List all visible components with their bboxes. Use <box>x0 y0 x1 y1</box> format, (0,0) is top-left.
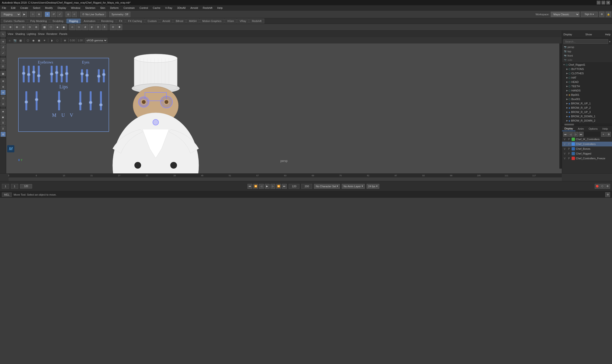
menu-skeleton[interactable]: Skeleton <box>84 6 96 10</box>
current-frame-input[interactable] <box>11 184 18 189</box>
mode-label[interactable]: MEL <box>2 193 12 197</box>
slider-eb6[interactable] <box>56 66 58 82</box>
step-fwd-btn[interactable]: ⏩ <box>276 184 281 189</box>
vp-menu-panels[interactable]: Panels <box>59 32 68 35</box>
timeline[interactable]: 3 9 15 21 27 33 39 45 51 57 63 69 75 81 … <box>0 173 612 181</box>
left-rig-8[interactable]: ⊼ <box>0 120 6 125</box>
gamma-selector[interactable]: sRGB gamma <box>85 38 107 43</box>
layer-v-3[interactable]: V <box>563 147 566 150</box>
toolbar-scale[interactable]: ⤢ <box>57 12 62 17</box>
rig-tool-7[interactable]: ▦ <box>42 24 47 30</box>
settings-icon[interactable]: ⚙ <box>599 12 604 17</box>
left-rotate-tool[interactable]: ↺ <box>0 45 6 50</box>
display-label[interactable]: Display <box>563 33 572 36</box>
menu-display[interactable]: Display <box>57 6 67 10</box>
tab-layers-help[interactable]: Help <box>600 127 610 131</box>
menu-help[interactable]: Help <box>216 6 224 10</box>
outliner-hands[interactable]: ▶ ⬡ HANDS <box>562 88 612 93</box>
viewport-scrollbar-v[interactable] <box>559 43 562 169</box>
tab-vray[interactable]: VRay <box>237 19 249 23</box>
go-start-btn[interactable]: ⏮ <box>248 184 252 189</box>
vp-menu-renderer[interactable]: Renderer <box>46 32 57 35</box>
slider-eb8[interactable] <box>66 66 68 82</box>
tab-fx[interactable]: FX <box>116 19 125 23</box>
cam-persp[interactable]: persp <box>562 45 612 49</box>
tab-layers-options[interactable]: Options <box>586 127 600 131</box>
fps-dropdown[interactable]: 24 fps ▾ <box>367 184 379 189</box>
rig-tool-2[interactable]: ⊕ <box>7 24 13 30</box>
layer-nav-prev[interactable]: ◁ <box>568 132 573 137</box>
rig-tool-4[interactable]: ⊘ <box>20 24 26 30</box>
menu-redshift[interactable]: Redshift <box>202 6 213 10</box>
slider-lip3[interactable] <box>58 91 60 110</box>
tab-arnold[interactable]: Arnold <box>160 19 173 23</box>
outliner-brow-r-up-2[interactable]: ▶ ◈ BROW_R_UP_2 <box>562 105 612 110</box>
left-sculpt-tool[interactable]: ◎ <box>0 64 6 69</box>
left-move-tool[interactable]: ✛ <box>0 39 6 44</box>
menu-skin[interactable]: Skin <box>99 6 106 10</box>
play-forward-btn[interactable]: ▶ <box>265 184 269 189</box>
step-back-btn[interactable]: ⏪ <box>253 184 258 189</box>
menu-create[interactable]: Create <box>19 6 29 10</box>
character-set-dropdown[interactable]: No Character Set ▾ <box>314 184 340 189</box>
min-frame-input[interactable] <box>289 184 299 189</box>
layer-v-2[interactable]: V <box>563 142 566 146</box>
layer-p-4[interactable]: P <box>567 152 571 155</box>
outliner-hat[interactable]: ▶ ⬡ HAT <box>562 76 612 80</box>
layer-add-btn[interactable]: + <box>601 132 606 137</box>
rig-tool-9[interactable]: ◈ <box>55 24 60 30</box>
outliner-brow-r-down-2[interactable]: ▶ ◈ BROW_R_DOWN_2 <box>562 118 612 123</box>
vp-ao-btn[interactable]: ◌ <box>55 38 60 43</box>
maximize-button[interactable]: □ <box>601 1 605 5</box>
left-scale-tool[interactable]: ⤢ <box>0 50 6 56</box>
layer-v-4[interactable]: V <box>563 152 566 155</box>
rig-tool-15[interactable]: ⊻ <box>95 24 101 30</box>
left-rig-4[interactable]: ⊘ <box>0 96 6 101</box>
rig-tool-1[interactable]: ⊹ <box>1 24 7 30</box>
close-button[interactable]: ✕ <box>606 1 610 5</box>
outliner-chef-rigged1[interactable]: ▼ ⬡ Chef_Rigged1 <box>562 63 612 67</box>
rig-tool-3[interactable]: ⊗ <box>14 24 20 30</box>
left-paint-tool[interactable]: ⊙ <box>0 58 6 63</box>
outliner-brow-r-down-1[interactable]: ▶ ◈ BROW_R_DOWN_1 <box>562 114 612 118</box>
menu-select[interactable]: Select <box>32 6 41 10</box>
vp-grid-btn[interactable]: ▦ <box>18 38 23 43</box>
no-live-surface-btn[interactable]: ⊙ No Live Surface <box>80 12 106 17</box>
left-rig-9[interactable]: ⊻ <box>0 126 6 131</box>
symmetry-btn[interactable]: Symmetry: Off <box>109 12 130 17</box>
slider-eb1[interactable] <box>23 66 25 82</box>
menu-control[interactable]: Control <box>139 6 149 10</box>
auto-key-btn[interactable]: 🔴 <box>595 184 599 189</box>
tab-motion-graphics[interactable]: Motion Graphics <box>200 19 224 23</box>
cam-top[interactable]: top <box>562 49 612 53</box>
menu-constrain[interactable]: Constrain <box>123 6 136 10</box>
toolbar-select[interactable]: ⊹ <box>30 12 35 17</box>
tab-anim-layers[interactable]: Anim <box>575 127 586 131</box>
vp-texture-btn[interactable]: ▣ <box>37 38 41 43</box>
menu-edit[interactable]: Edit <box>10 6 16 10</box>
tab-mash[interactable]: MASH <box>186 19 199 23</box>
left-rig-5[interactable]: ⊙ <box>0 101 6 106</box>
rig-tool-17[interactable]: ✛ <box>110 24 116 30</box>
range-start-input[interactable]: 1 <box>2 184 9 189</box>
outliner-bip001[interactable]: ▶ ⊕ Bip001 <box>562 93 612 97</box>
tab-redshift[interactable]: Redshift <box>249 19 264 23</box>
rig-tool-8[interactable]: ⬡ <box>48 24 54 30</box>
menu-cache[interactable]: Cache <box>152 6 161 10</box>
left-select-tool[interactable]: ↖ <box>0 32 6 37</box>
slider-eb4[interactable] <box>38 66 40 82</box>
vp-menu-show[interactable]: Show <box>38 32 45 35</box>
outliner-head[interactable]: ▶ ⬡ HEAD <box>562 80 612 84</box>
layer-chef-ik[interactable]: V P Chef_IK_Controllers <box>562 137 612 142</box>
vp-menu-shading[interactable]: Shading <box>15 32 25 35</box>
status-settings-btn[interactable]: ⚙ <box>605 192 610 197</box>
layer-options-btn[interactable]: ⚙ <box>606 132 611 137</box>
vp-wireframe-btn[interactable]: ⬡ <box>26 38 30 43</box>
layer-chef-controllers[interactable]: V P Chef_Controllers <box>562 142 612 146</box>
rig-tool-11[interactable]: ⊂ <box>69 24 75 30</box>
menu-window[interactable]: Window <box>70 6 81 10</box>
outliner-brow-r-up-1[interactable]: ▶ ◈ BROW_R_UP_1 <box>562 101 612 105</box>
tab-display-layers[interactable]: Display <box>562 126 575 131</box>
tab-custom[interactable]: Custom <box>145 19 159 23</box>
rig-tool-10[interactable]: ◉ <box>61 24 67 30</box>
